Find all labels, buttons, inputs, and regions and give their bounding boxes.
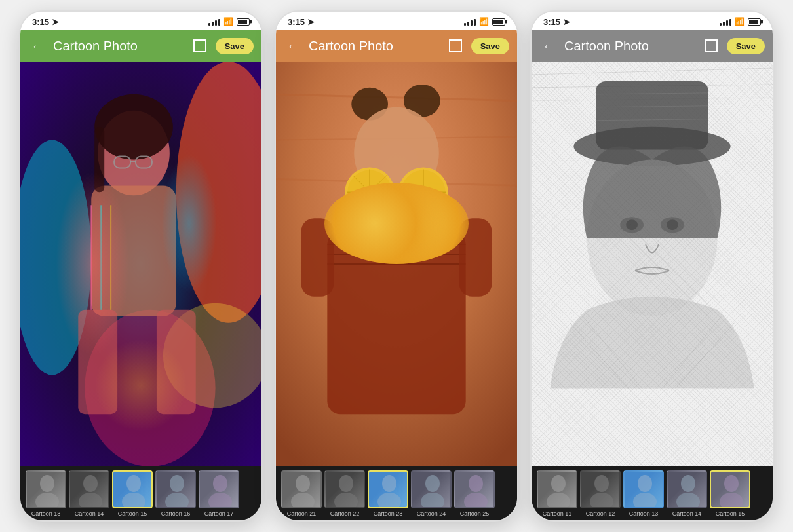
status-bar: 3:15 ➤ 📶: [20, 12, 261, 30]
svg-point-3: [85, 310, 215, 466]
app-title: Cartoon Photo: [564, 39, 695, 54]
battery-icon: [492, 18, 505, 26]
thumbnail-item[interactable]: Cartoon 14: [667, 470, 707, 517]
crop-button[interactable]: [191, 37, 209, 55]
svg-rect-6: [91, 185, 176, 316]
thumbnail-image: [155, 470, 196, 508]
battery-icon: [237, 18, 250, 26]
svg-line-81: [596, 192, 713, 309]
thumbnail-image: [710, 470, 750, 508]
svg-point-80: [587, 160, 717, 316]
svg-rect-71: [532, 62, 773, 466]
back-button[interactable]: ←: [28, 36, 47, 56]
back-button[interactable]: ←: [539, 36, 558, 56]
back-button[interactable]: ←: [284, 36, 302, 56]
svg-line-73: [532, 85, 773, 88]
crop-icon: [449, 39, 462, 52]
status-time: 3:15 ➤: [288, 17, 315, 27]
svg-line-77: [596, 93, 708, 94]
svg-point-96: [594, 475, 609, 492]
status-bar: 3:15 ➤ 📶: [276, 12, 517, 30]
thumbnail-item[interactable]: Cartoon 14: [69, 470, 109, 517]
thumbnail-item[interactable]: Cartoon 16: [155, 470, 196, 517]
svg-rect-8: [157, 310, 196, 414]
thumbnail-image: [580, 470, 621, 508]
app-bar: ← Cartoon Photo Save: [20, 30, 261, 62]
thumbnail-label: Cartoon 11: [543, 510, 572, 517]
svg-point-103: [676, 493, 700, 508]
main-image: [532, 62, 773, 466]
svg-rect-7: [78, 310, 117, 414]
svg-point-86: [626, 219, 638, 230]
svg-rect-44: [459, 218, 492, 297]
thumbnail-item[interactable]: Cartoon 25: [454, 470, 495, 517]
thumbnail-item[interactable]: Cartoon 15: [112, 470, 153, 517]
svg-line-83: [589, 199, 706, 316]
svg-line-89: [583, 316, 642, 389]
thumbnail-image: [368, 470, 408, 508]
thumbnail-item[interactable]: Cartoon 24: [411, 470, 452, 517]
svg-point-4: [163, 303, 261, 408]
thumbnail-label: Cartoon 13: [629, 510, 659, 517]
svg-point-9: [94, 94, 173, 160]
svg-point-31: [208, 493, 232, 508]
thumbnail-item[interactable]: Cartoon 11: [537, 470, 577, 517]
svg-point-25: [122, 493, 145, 508]
svg-rect-10: [94, 127, 104, 193]
thumbnail-image: [667, 470, 707, 508]
thumbnail-strip: Cartoon 11 Cartoon 12 Cartoon 13 Cartoon…: [532, 466, 773, 520]
thumbnail-item[interactable]: Cartoon 12: [580, 470, 621, 517]
svg-point-22: [79, 493, 102, 508]
thumbnail-item[interactable]: Cartoon 23: [368, 470, 408, 517]
status-icons: 📶: [720, 17, 761, 26]
thumbnail-item[interactable]: Cartoon 13: [623, 470, 664, 517]
cartoon-image: [276, 62, 517, 466]
svg-rect-43: [301, 218, 334, 297]
app-title: Cartoon Photo: [53, 39, 184, 54]
main-image: [20, 62, 261, 466]
status-time: 3:15 ➤: [32, 17, 59, 27]
thumbnail-image: [324, 470, 365, 508]
svg-rect-0: [20, 62, 261, 466]
svg-line-78: [596, 106, 708, 107]
save-button[interactable]: Save: [216, 38, 254, 54]
crop-icon: [705, 39, 718, 52]
svg-rect-55: [385, 206, 408, 216]
app-title: Cartoon Photo: [309, 39, 440, 54]
wifi-icon: 📶: [735, 17, 745, 26]
thumbnail-item[interactable]: Cartoon 13: [26, 470, 66, 517]
svg-point-70: [464, 493, 488, 508]
svg-point-61: [334, 493, 358, 508]
svg-point-99: [638, 475, 652, 492]
svg-point-57: [296, 475, 310, 492]
status-icons: 📶: [464, 17, 505, 26]
cartoon-image: [532, 62, 773, 466]
thumbnail-label: Cartoon 22: [330, 510, 360, 517]
thumbnail-label: Cartoon 15: [716, 510, 745, 517]
thumbnail-item[interactable]: Cartoon 21: [281, 470, 322, 517]
svg-point-69: [469, 475, 483, 492]
thumbnail-label: Cartoon 15: [118, 510, 147, 517]
thumbnail-image: [411, 470, 452, 508]
thumbnail-item[interactable]: Cartoon 15: [710, 470, 750, 517]
thumbnail-item[interactable]: Cartoon 17: [199, 470, 239, 517]
svg-point-1: [176, 62, 261, 323]
crop-icon: [193, 39, 206, 52]
svg-point-84: [620, 217, 644, 233]
svg-point-97: [590, 493, 613, 508]
thumbnail-item[interactable]: Cartoon 22: [324, 470, 365, 517]
thumbnail-label: Cartoon 14: [672, 510, 702, 517]
save-button[interactable]: Save: [727, 38, 765, 54]
crop-button[interactable]: [446, 37, 465, 55]
svg-line-91: [663, 316, 722, 389]
svg-rect-11: [114, 157, 130, 168]
thumbnail-strip: Cartoon 13 Cartoon 14 Cartoon 15 Cartoon…: [20, 466, 261, 520]
thumbnail-label: Cartoon 13: [31, 510, 61, 517]
svg-point-67: [421, 493, 444, 508]
wifi-icon: 📶: [223, 17, 233, 26]
status-time: 3:15 ➤: [543, 17, 570, 27]
crop-button[interactable]: [702, 37, 720, 55]
save-button[interactable]: Save: [471, 38, 509, 54]
svg-point-94: [547, 493, 570, 508]
svg-point-106: [720, 493, 743, 508]
